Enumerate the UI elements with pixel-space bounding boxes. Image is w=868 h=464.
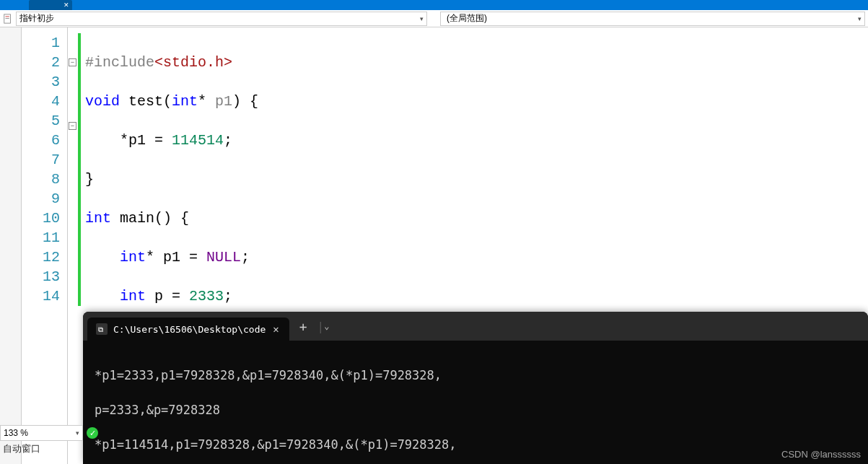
zoom-value: 133 % [4,428,28,438]
new-tab-button[interactable]: + [289,319,317,334]
svg-rect-1 [6,16,9,17]
file-icon [3,14,13,24]
line-number: 3 [22,72,67,92]
line-number: 8 [22,170,67,189]
close-icon[interactable]: ✕ [271,323,280,335]
watermark: CSDN @lanssssss [781,449,861,460]
source-file-tab[interactable]: ✕ [29,0,72,10]
line-number: 6 [22,131,67,150]
terminal-output[interactable]: *p1=2333,p1=7928328,&p1=7928340,&(*p1)=7… [83,341,868,464]
terminal-window: ⧉ C:\Users\16506\Desktop\code ✕ + | ⌄ *p… [83,312,868,464]
close-icon[interactable]: ✕ [63,1,69,9]
ide-tab-bar: ✕ [0,0,868,10]
terminal-tab-title: C:\Users\16506\Desktop\code [113,324,266,335]
fold-toggle[interactable]: − [69,58,76,66]
line-number: 1 [22,33,67,53]
svg-text:⧉: ⧉ [98,325,103,333]
check-icon: ✓ [87,427,98,439]
line-number: 7 [22,150,67,170]
terminal-tab[interactable]: ⧉ C:\Users\16506\Desktop\code ✕ [87,318,289,341]
line-numbers: 1 2 3 4 5 6 7 8 9 10 11 12 13 14 [22,27,68,464]
line-number: 9 [22,189,67,209]
output-line: *p1=114514,p1=7928328,&p1=7928340,&(*p1)… [95,436,856,453]
line-number: 5 [22,111,67,131]
chevron-down-icon: ▾ [858,15,862,22]
chevron-down-icon: ▾ [76,429,79,437]
line-number: 4 [22,92,67,111]
line-number: 12 [22,248,67,267]
terminal-titlebar: ⧉ C:\Users\16506\Desktop\code ✕ + | ⌄ [83,312,868,341]
line-number: 11 [22,228,67,248]
line-number: 14 [22,286,67,306]
nav-spacer [427,12,440,26]
symbol-scope-dropdown[interactable]: (全局范围) ▾ [440,12,865,26]
symbol-scope-label: (全局范围) [447,12,487,25]
nav-bar: 指针初步 ▾ (全局范围) ▾ [0,10,868,27]
auto-window-label: 自动窗口 [0,441,43,457]
line-number: 2 [22,53,67,72]
zoom-dropdown[interactable]: 133 % ▾ ✓ [0,425,83,441]
line-number: 13 [22,267,67,286]
fold-column: − − [68,27,78,464]
change-indicator [78,33,81,306]
cmd-icon: ⧉ [96,323,108,335]
file-scope-label: 指针初步 [19,12,54,25]
chevron-down-icon[interactable]: ⌄ [324,321,329,331]
line-number: 10 [22,209,67,228]
output-line: p=2333,&p=7928328 [95,401,856,419]
margin [0,27,22,464]
svg-rect-2 [6,18,9,19]
fold-toggle[interactable]: − [69,122,76,130]
file-scope-dropdown[interactable]: 指针初步 ▾ [16,12,427,26]
chevron-down-icon: ▾ [420,15,424,22]
output-line: *p1=2333,p1=7928328,&p1=7928340,&(*p1)=7… [95,367,856,384]
